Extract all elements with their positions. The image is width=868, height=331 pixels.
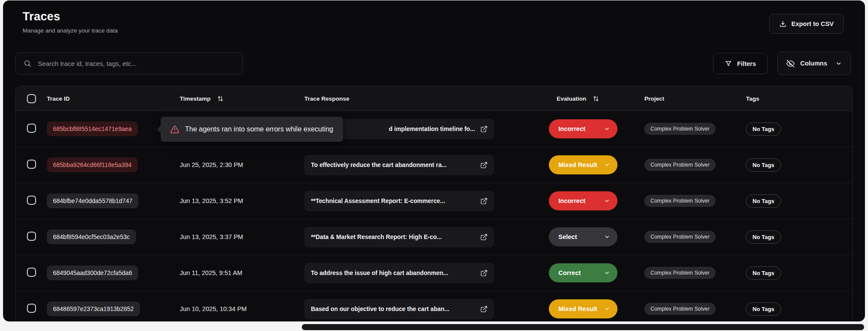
table-row: 68486597e2373ca1913b2852 Jun 10, 2025, 1… <box>16 291 852 321</box>
evaluation-dropdown[interactable]: Mixed Result <box>549 299 617 318</box>
chevron-down-icon <box>835 60 842 67</box>
page-title: Traces <box>23 10 118 23</box>
search-box[interactable] <box>15 52 243 75</box>
filters-button[interactable]: Filters <box>713 53 768 74</box>
chevron-down-icon <box>604 162 610 168</box>
row-checkbox[interactable] <box>27 124 36 133</box>
chevron-down-icon <box>604 306 610 312</box>
external-link-icon[interactable] <box>480 161 488 169</box>
evaluation-label: Incorrect <box>558 197 585 204</box>
row-checkbox[interactable] <box>27 160 36 169</box>
column-header-timestamp[interactable]: Timestamp <box>180 95 304 102</box>
project-badge: Complex Problem Solver <box>644 303 716 315</box>
trace-response-box[interactable]: To address the issue of high cart abando… <box>304 263 494 283</box>
chevron-down-icon <box>604 198 610 204</box>
trace-id-pill[interactable]: 68486597e2373ca1913b2852 <box>47 302 140 316</box>
tags-badge: No Tags <box>746 230 781 244</box>
chevron-down-icon <box>604 234 610 240</box>
page-header: Traces Manage and analyze your trace dat… <box>23 10 118 34</box>
column-header-response: Trace Response <box>304 95 549 102</box>
trace-response-box[interactable]: Based on our objective to reduce the car… <box>304 299 494 319</box>
chevron-down-icon <box>604 126 610 132</box>
evaluation-label: Incorrect <box>558 125 585 132</box>
tags-badge: No Tags <box>746 266 781 280</box>
row-checkbox[interactable] <box>27 268 36 277</box>
export-csv-label: Export to CSV <box>792 20 834 27</box>
timestamp-text: Jun 13, 2025, 3:37 PM <box>180 233 304 240</box>
project-badge: Complex Problem Solver <box>644 123 716 135</box>
timestamp-text: Jun 11, 2025, 9:51 AM <box>180 269 304 276</box>
trace-id-pill[interactable]: 684bf8594e0cf5ec03a2e53c <box>47 229 136 244</box>
search-input[interactable] <box>38 60 234 67</box>
project-badge: Complex Problem Solver <box>644 195 716 207</box>
table-row: 6849045aad300de72cfa5da6 Jun 11, 2025, 9… <box>16 255 852 291</box>
trace-id-pill[interactable]: 684bfbe74e0dda5578b1d747 <box>47 193 139 208</box>
evaluation-dropdown[interactable]: Incorrect <box>549 191 617 210</box>
evaluation-label: Select <box>558 233 577 240</box>
external-link-icon[interactable] <box>480 305 488 313</box>
tags-badge: No Tags <box>746 122 781 136</box>
project-badge: Complex Problem Solver <box>644 159 716 171</box>
trace-response-text: **Technical Assessment Report: E-commerc… <box>311 198 475 204</box>
trace-response-box[interactable]: **Technical Assessment Report: E-commerc… <box>304 191 494 211</box>
eye-off-icon <box>786 59 795 68</box>
column-header-tags: Tags <box>742 95 852 102</box>
trace-response-box[interactable]: To effectively reduce the cart abandonme… <box>304 155 494 175</box>
sort-icon[interactable] <box>592 95 600 102</box>
columns-label: Columns <box>800 60 827 67</box>
download-icon <box>779 20 787 28</box>
trace-id-pill[interactable]: 685bba9264cd66f118e5a394 <box>47 157 138 172</box>
page-subtitle: Manage and analyze your trace data <box>23 27 118 34</box>
trace-id-pill[interactable]: 6849045aad300de72cfa5da6 <box>47 265 138 280</box>
row-checkbox[interactable] <box>27 304 36 313</box>
project-badge: Complex Problem Solver <box>644 231 716 243</box>
table-row: 685bba9264cd66f118e5a394 Jun 25, 2025, 2… <box>16 147 852 183</box>
horizontal-scrollbar[interactable] <box>302 324 864 330</box>
column-header-evaluation[interactable]: Evaluation <box>549 95 640 102</box>
tags-badge: No Tags <box>746 158 781 172</box>
column-header-trace-id: Trace ID <box>47 95 180 102</box>
traces-page: Traces Manage and analyze your trace dat… <box>3 0 865 321</box>
row-checkbox[interactable] <box>27 232 36 241</box>
external-link-icon[interactable] <box>480 269 488 277</box>
evaluation-dropdown[interactable]: Select <box>549 227 617 246</box>
tags-badge: No Tags <box>746 194 781 208</box>
error-tooltip-text: The agents ran into some errors while ex… <box>185 125 333 133</box>
trace-response-text: To effectively reduce the cart abandonme… <box>311 162 475 168</box>
project-badge: Complex Problem Solver <box>644 267 716 279</box>
filters-label: Filters <box>737 60 756 67</box>
table-row: 684bfbe74e0dda5578b1d747 Jun 13, 2025, 3… <box>16 183 852 219</box>
timestamp-text: Jun 10, 2025, 10:34 PM <box>180 305 304 312</box>
table-body: 685bcbf885514ec1471e9aea d implementatio… <box>16 111 852 321</box>
external-link-icon[interactable] <box>480 125 488 133</box>
external-link-icon[interactable] <box>480 197 488 205</box>
trace-response-text: To address the issue of high cart abando… <box>311 270 475 276</box>
table-row: 684bf8594e0cf5ec03a2e53c Jun 13, 2025, 3… <box>16 219 852 255</box>
timestamp-text: Jun 13, 2025, 3:52 PM <box>180 197 304 204</box>
evaluation-dropdown[interactable]: Correct <box>549 263 617 282</box>
evaluation-label: Mixed Result <box>558 161 597 168</box>
table-row: 685bcbf885514ec1471e9aea d implementatio… <box>16 111 852 147</box>
column-header-project: Project <box>640 95 742 102</box>
evaluation-dropdown[interactable]: Incorrect <box>549 119 617 138</box>
chevron-down-icon <box>604 270 610 276</box>
table-header-row: Trace ID Timestamp Trace Response Evalua… <box>16 86 852 111</box>
traces-table: Trace ID Timestamp Trace Response Evalua… <box>15 86 853 321</box>
search-icon <box>23 59 32 68</box>
external-link-icon[interactable] <box>480 233 488 241</box>
timestamp-text: Jun 25, 2025, 2:30 PM <box>180 161 304 168</box>
tags-badge: No Tags <box>746 302 781 316</box>
row-checkbox[interactable] <box>27 196 36 205</box>
trace-response-box[interactable]: **Data & Market Research Report: High E-… <box>304 227 494 247</box>
evaluation-label: Mixed Result <box>558 305 597 312</box>
evaluation-dropdown[interactable]: Mixed Result <box>549 155 617 174</box>
export-csv-button[interactable]: Export to CSV <box>769 14 844 34</box>
trace-response-text: **Data & Market Research Report: High E-… <box>311 234 475 240</box>
evaluation-label: Correct <box>558 269 581 276</box>
sort-icon[interactable] <box>217 95 224 102</box>
trace-response-text: Based on our objective to reduce the car… <box>311 306 475 312</box>
trace-id-pill[interactable]: 685bcbf885514ec1471e9aea <box>47 121 138 136</box>
columns-button[interactable]: Columns <box>777 52 851 75</box>
warning-triangle-icon <box>170 125 179 134</box>
select-all-checkbox[interactable] <box>27 94 36 103</box>
